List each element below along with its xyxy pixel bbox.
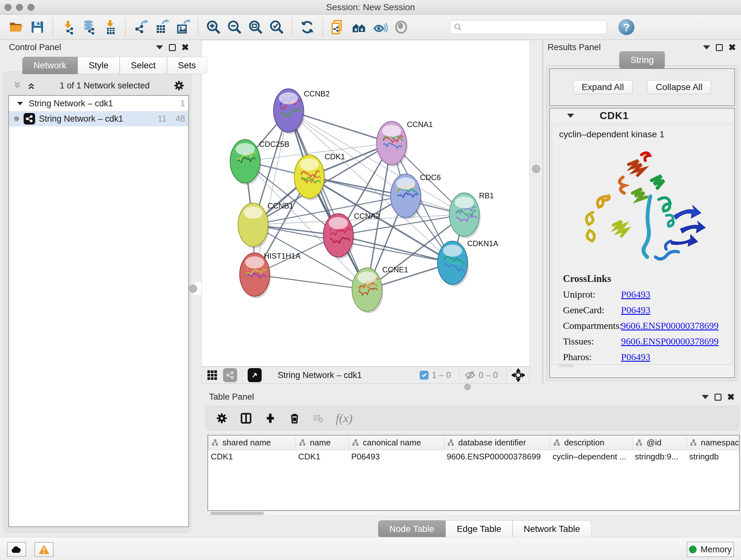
network-node-rb1[interactable]: RB1: [449, 191, 494, 238]
search-input[interactable]: [462, 22, 596, 32]
network-node-ccne1[interactable]: CCNE1: [352, 265, 408, 313]
panel-float-icon[interactable]: [702, 395, 709, 399]
expand-all-icon[interactable]: [26, 81, 36, 90]
zoom-fit-button[interactable]: [247, 18, 265, 36]
delete-column-trash-icon[interactable]: [288, 412, 300, 424]
horizontal-splitter[interactable]: [194, 384, 741, 390]
tab-edge-table[interactable]: Edge Table: [446, 520, 513, 538]
network-collection-row[interactable]: String Network – cdk1 1: [9, 96, 188, 111]
network-node-cdc25b[interactable]: CDC25B: [230, 139, 289, 185]
table-options-gear-icon[interactable]: [216, 412, 228, 424]
collapse-all-icon[interactable]: [12, 81, 22, 90]
crosslink-genecard-link[interactable]: P06493: [621, 305, 650, 315]
table-horizontal-scrollbar[interactable]: [207, 511, 740, 516]
network-node-ccna1[interactable]: CCNA1: [377, 120, 433, 167]
cell-namespace[interactable]: stringdb: [687, 450, 740, 463]
expand-all-button[interactable]: Expand All: [573, 80, 632, 94]
network-node-cdkn1a[interactable]: CDKN1A: [437, 239, 498, 287]
network-node-ccna2[interactable]: CCNA2: [323, 212, 380, 259]
export-network-button[interactable]: [132, 18, 150, 36]
panel-float-icon[interactable]: [703, 45, 710, 50]
network-edge-ccnb2-ccne1[interactable]: [288, 111, 367, 290]
birds-eye-view-icon[interactable]: [248, 368, 262, 382]
hidden-items-eye-icon[interactable]: [465, 370, 475, 381]
import-network-from-database-button[interactable]: [80, 18, 98, 36]
enhanced-graphics-button[interactable]: [371, 18, 389, 36]
fit-selected-crosshair-icon[interactable]: [512, 368, 525, 382]
column-header-namespace[interactable]: namespace: [687, 435, 740, 450]
crosslink-compartments-link[interactable]: 9606.ENSP00000378699: [621, 320, 719, 331]
crosslink-pharos-link[interactable]: P06493: [621, 352, 650, 362]
tab-network-table[interactable]: Network Table: [513, 520, 591, 538]
export-image-button[interactable]: [174, 18, 192, 36]
scrollbar-thumb[interactable]: [210, 512, 264, 515]
tree-expander-icon[interactable]: [17, 102, 23, 105]
apply-layout-button[interactable]: [298, 18, 316, 36]
column-header-id[interactable]: @id: [632, 435, 687, 450]
panel-maximize-icon[interactable]: [169, 44, 176, 51]
cloud-status-button[interactable]: [7, 542, 26, 557]
panel-float-icon[interactable]: [156, 45, 163, 50]
string-home-button[interactable]: [350, 18, 368, 36]
tab-style[interactable]: Style: [77, 57, 120, 74]
grid-mode-icon[interactable]: [206, 369, 218, 381]
string-import-button[interactable]: [329, 18, 347, 36]
selected-items-checkbox[interactable]: [420, 371, 428, 380]
help-button[interactable]: ?: [618, 19, 634, 35]
splitter-handle[interactable]: [189, 285, 197, 293]
network-node-ccnb1[interactable]: CCNB1: [238, 201, 293, 248]
show-columns-icon[interactable]: [240, 412, 252, 424]
table-row[interactable]: CDK1 CDK1 P06493 9606.ENSP00000378699 cy…: [208, 450, 740, 463]
column-header-canonical-name[interactable]: canonical name: [349, 435, 444, 450]
zoom-in-button[interactable]: [205, 18, 222, 36]
protein-section-header[interactable]: CDK1: [550, 109, 734, 123]
tab-sets[interactable]: Sets: [167, 57, 207, 74]
tab-node-table[interactable]: Node Table: [378, 520, 446, 538]
column-header-database-identifier[interactable]: database identifier: [444, 435, 550, 450]
cell-canonical-name[interactable]: P06493: [349, 450, 444, 463]
toolbar-search-box[interactable]: [450, 20, 607, 34]
tab-string[interactable]: String: [619, 51, 665, 69]
cell-name[interactable]: CDK1: [296, 450, 349, 463]
network-edge-ccnb2-hist1h1a[interactable]: [255, 111, 288, 274]
crosslink-tissues-link[interactable]: 9606.ENSP00000378699: [621, 336, 719, 347]
show-graphics-details-button[interactable]: [392, 18, 410, 36]
right-splitter[interactable]: [530, 40, 542, 384]
cell-shared-name[interactable]: CDK1: [208, 450, 296, 463]
create-column-plus-icon[interactable]: [264, 412, 276, 424]
import-network-file-button[interactable]: [59, 18, 77, 36]
zoom-selected-button[interactable]: [268, 18, 286, 36]
cell-database-identifier[interactable]: 9606.ENSP00000378699: [444, 450, 550, 463]
network-view-mode-icon[interactable]: [223, 368, 237, 382]
tab-select[interactable]: Select: [120, 57, 167, 74]
cell-id[interactable]: stringdb:9...: [632, 450, 687, 463]
splitter-handle[interactable]: [464, 384, 471, 390]
zoom-out-button[interactable]: [226, 18, 244, 36]
import-table-file-button[interactable]: [101, 18, 119, 36]
column-header-shared-name[interactable]: shared name: [208, 435, 296, 450]
panel-maximize-icon[interactable]: [716, 44, 723, 51]
network-row[interactable]: String Network – cdk1 11 48: [9, 111, 188, 126]
network-edge-ccna2-cdkn1a[interactable]: [338, 235, 453, 263]
collapse-all-button[interactable]: Collapse All: [647, 80, 711, 94]
tab-network[interactable]: Network: [22, 57, 77, 74]
splitter-handle[interactable]: [532, 165, 540, 173]
memory-button[interactable]: Memory: [687, 542, 734, 557]
open-session-button[interactable]: [7, 18, 25, 36]
panel-close-icon[interactable]: ✖: [727, 393, 735, 401]
network-edge-hist1h1a-ccne1[interactable]: [255, 274, 367, 290]
scrollbar-nub[interactable]: [559, 364, 574, 367]
panel-close-icon[interactable]: ✖: [182, 43, 189, 52]
section-expander-icon[interactable]: [567, 114, 574, 118]
crosslink-uniprot-link[interactable]: P06493: [621, 289, 650, 300]
panel-maximize-icon[interactable]: [715, 394, 722, 401]
export-table-button[interactable]: [153, 18, 171, 36]
panel-close-icon[interactable]: ✖: [729, 43, 736, 52]
warnings-button[interactable]: [35, 542, 54, 557]
column-header-description[interactable]: description: [550, 435, 632, 450]
network-node-ccnb2[interactable]: CCNB2: [273, 89, 330, 134]
cell-description[interactable]: cyclin–dependent ...: [550, 450, 632, 463]
network-node-hist1h1a[interactable]: HIST1H1A: [240, 252, 300, 298]
network-options-gear-icon[interactable]: [173, 80, 185, 91]
save-session-button[interactable]: [28, 18, 46, 36]
